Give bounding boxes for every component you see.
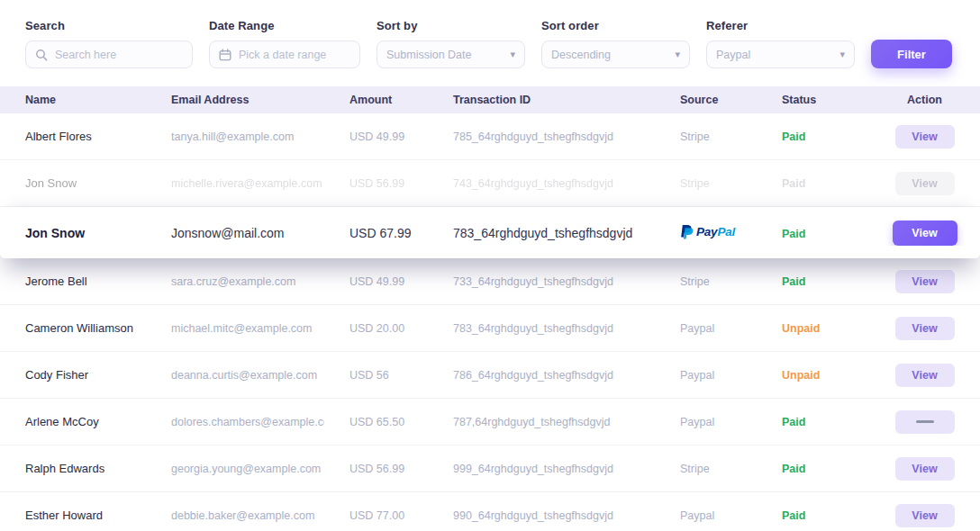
cell-email: michelle.rivera@example.com (146, 177, 324, 190)
status-text: Unpaid (782, 369, 820, 382)
view-button-label: View (912, 177, 937, 190)
view-button[interactable]: View (895, 125, 955, 148)
sort-by-label: Sort by (377, 19, 525, 32)
cell-status: Paid (757, 509, 869, 522)
column-header: Action (869, 94, 980, 106)
view-button-label: View (912, 275, 937, 288)
cell-email: michael.mitc@example.com (146, 322, 324, 335)
table-row[interactable]: Cody Fisher deanna.curtis@example.com US… (0, 352, 980, 399)
paypal-logo-pal: Pal (717, 225, 735, 238)
status-text: Paid (782, 509, 805, 522)
paypal-logo-pay: Pay (696, 225, 717, 238)
cell-amount: USD 20.00 (324, 322, 428, 335)
cell-source-text: Stripe (680, 275, 710, 288)
table-row[interactable]: Jerome Bell sara.cruz@example.com USD 49… (0, 258, 980, 305)
cell-source-text: Paypal (680, 509, 714, 522)
cell-action: View (869, 172, 980, 195)
cell-source: Paypal PayPal (655, 322, 757, 335)
search-input[interactable] (25, 40, 193, 68)
cell-name: Jon Snow (0, 226, 146, 240)
cell-transaction-id: 786_64rghdguyd_tshegfhsdgvjd (428, 369, 655, 382)
cell-transaction-id: 999_64rghdguyd_tshegfhsdgvjd (428, 463, 655, 475)
referer-select[interactable]: Paypal ▾ (706, 40, 855, 68)
search-input-field[interactable] (55, 49, 183, 61)
cell-amount: USD 49.99 (324, 275, 428, 288)
date-range-input[interactable] (209, 40, 360, 68)
cell-amount: USD 67.99 (324, 226, 428, 240)
view-button[interactable]: View (895, 504, 955, 527)
cell-source-text: Stripe (680, 177, 710, 190)
cell-amount: USD 56.99 (324, 463, 428, 475)
cell-name: Albert Flores (0, 130, 146, 143)
table-row[interactable]: Jon Snow Jonsnow@mail.com USD 67.99 783_… (0, 207, 980, 258)
sort-order-field: Sort order Descending ▾ (541, 19, 690, 68)
cell-amount: USD 56.99 (324, 177, 428, 190)
cell-action: View (869, 364, 980, 387)
date-range-input-field[interactable] (239, 49, 350, 61)
paypal-icon (680, 224, 694, 239)
table-row[interactable]: Albert Flores tanya.hill@example.com USD… (0, 113, 980, 160)
cell-action: View (869, 457, 980, 481)
cell-status: Paid (757, 177, 869, 190)
table-row[interactable]: Arlene McCoy dolores.chambers@example.co… (0, 399, 980, 446)
table-row[interactable]: Ralph Edwards georgia.young@example.com … (0, 446, 980, 492)
cell-status: Paid (757, 416, 869, 428)
status-text: Paid (782, 463, 805, 475)
search-label: Search (25, 19, 193, 32)
filter-button[interactable]: Filter (871, 40, 952, 68)
cell-transaction-id: 743_64rghdguyd_tshegfhsdgvjd (428, 177, 655, 190)
date-range-field: Date Range (209, 19, 360, 68)
transactions-table: NameEmail AddressAmountTransaction IDSou… (0, 86, 980, 531)
cell-source: Paypal PayPal (655, 369, 757, 382)
sort-by-select[interactable]: Submission Date ▾ (377, 40, 525, 68)
table-row[interactable]: Esther Howard debbie.baker@example.com U… (0, 492, 980, 531)
table-body: Albert Flores tanya.hill@example.com USD… (0, 113, 980, 531)
table-header-row: NameEmail AddressAmountTransaction IDSou… (0, 86, 980, 113)
status-text: Paid (782, 228, 805, 240)
sort-order-select[interactable]: Descending ▾ (541, 40, 690, 68)
cell-status: Paid (757, 463, 869, 475)
cell-name: Cody Fisher (0, 368, 146, 382)
cell-transaction-id: 787,64rghdguyd_tshegfhsdgvjd (428, 416, 655, 428)
cell-amount: USD 56 (324, 369, 428, 382)
dash-icon (916, 420, 934, 423)
cell-source: Paypal PayPal (655, 509, 757, 522)
referer-value: Paypal (716, 49, 750, 61)
table-row[interactable]: Cameron Williamson michael.mitc@example.… (0, 305, 980, 352)
column-header: Amount (324, 94, 428, 106)
status-text: Paid (782, 416, 805, 428)
column-header: Email Address (146, 94, 324, 106)
cell-action (869, 410, 980, 434)
view-button[interactable]: View (895, 457, 955, 481)
cell-source: Stripe PayPal (655, 275, 757, 288)
cell-transaction-id: 783_64rghdguyd_tshegfhsdgvjd (428, 322, 655, 335)
cell-action: View (869, 317, 980, 340)
view-button[interactable]: View (895, 317, 955, 340)
sort-order-value: Descending (551, 49, 611, 61)
cell-amount: USD 65.50 (324, 416, 428, 428)
calendar-icon (219, 49, 231, 61)
cell-transaction-id: 990_64rghdguyd_tshegfhsdgvjd (428, 509, 655, 522)
cell-status: Unpaid (757, 369, 869, 382)
view-button[interactable]: View (895, 172, 955, 195)
view-button[interactable]: View (893, 220, 957, 246)
view-button-label: View (912, 509, 937, 522)
view-button[interactable]: View (895, 364, 955, 387)
cell-source-text: Paypal (680, 416, 714, 428)
cell-status: Paid (757, 130, 869, 143)
cell-email: Jonsnow@mail.com (146, 226, 324, 240)
cell-transaction-id: 733_64rghdguyd_tshegfhsdgvjd (428, 275, 655, 288)
cell-amount: USD 49.99 (324, 130, 428, 143)
view-button-label: View (912, 369, 937, 382)
cell-status: Paid (757, 226, 869, 240)
cell-source: Paypal PayPal (655, 416, 757, 428)
view-button[interactable] (895, 410, 955, 434)
status-text: Paid (782, 130, 805, 143)
view-button[interactable]: View (895, 270, 955, 293)
column-header: Transaction ID (428, 94, 655, 106)
chevron-down-icon: ▾ (675, 49, 680, 60)
table-row[interactable]: Jon Snow michelle.rivera@example.com USD… (0, 160, 980, 207)
cell-source: Stripe PayPal (655, 177, 757, 190)
status-text: Paid (782, 275, 805, 288)
chevron-down-icon: ▾ (839, 49, 845, 60)
